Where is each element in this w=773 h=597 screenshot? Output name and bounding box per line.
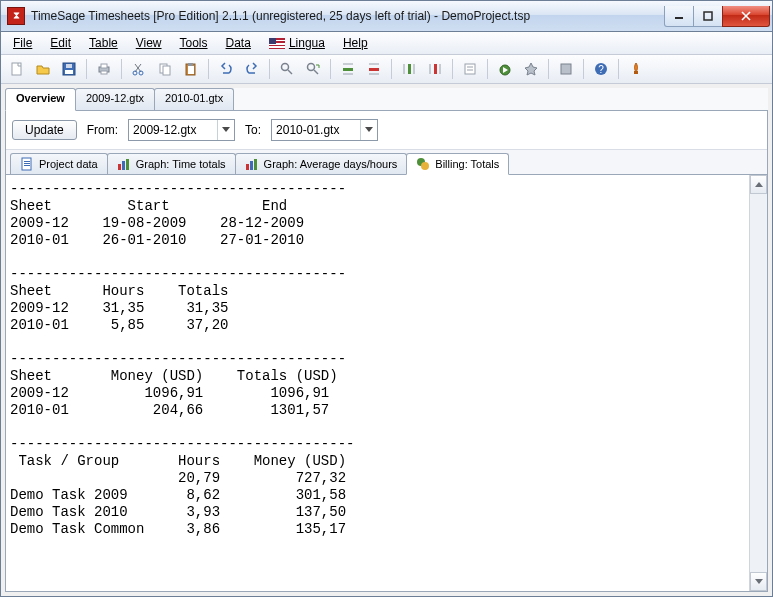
range-row: Update From: To: bbox=[6, 111, 767, 150]
find-next-button[interactable] bbox=[301, 57, 325, 81]
svg-rect-49 bbox=[24, 161, 30, 162]
subtab-label: Graph: Time totals bbox=[136, 158, 226, 170]
svg-line-21 bbox=[288, 70, 292, 74]
menu-help[interactable]: Help bbox=[335, 34, 376, 52]
subtab-graph-avg[interactable]: Graph: Average days/hours bbox=[235, 153, 408, 174]
flag-icon bbox=[269, 38, 285, 49]
menu-lingua[interactable]: Lingua bbox=[261, 34, 333, 52]
client-area: Overview 2009-12.gtx 2010-01.gtx Update … bbox=[1, 84, 772, 596]
svg-rect-36 bbox=[465, 64, 475, 74]
to-dropdown-icon[interactable] bbox=[360, 120, 377, 140]
svg-rect-30 bbox=[408, 64, 411, 74]
svg-point-20 bbox=[282, 64, 289, 71]
undo-button[interactable] bbox=[214, 57, 238, 81]
billing-icon bbox=[416, 157, 430, 171]
subtab-project-data[interactable]: Project data bbox=[10, 153, 108, 174]
svg-rect-33 bbox=[434, 64, 437, 74]
delete-row-button[interactable] bbox=[362, 57, 386, 81]
menu-edit[interactable]: Edit bbox=[42, 34, 79, 52]
subtab-label: Billing: Totals bbox=[435, 158, 499, 170]
svg-rect-51 bbox=[24, 165, 30, 166]
svg-rect-4 bbox=[12, 63, 21, 75]
svg-rect-24 bbox=[343, 68, 353, 71]
svg-rect-1 bbox=[704, 12, 712, 20]
update-button[interactable]: Update bbox=[12, 120, 77, 140]
save-button[interactable] bbox=[57, 57, 81, 81]
redo-button[interactable] bbox=[240, 57, 264, 81]
paste-button[interactable] bbox=[179, 57, 203, 81]
find-button[interactable] bbox=[275, 57, 299, 81]
sub-tabs: Project data Graph: Time totals Graph: A… bbox=[6, 150, 767, 175]
delete-col-button[interactable] bbox=[423, 57, 447, 81]
scroll-down-icon[interactable] bbox=[750, 572, 767, 591]
minimize-button[interactable] bbox=[664, 6, 694, 27]
to-input[interactable] bbox=[272, 123, 360, 137]
close-button[interactable] bbox=[722, 6, 770, 27]
svg-marker-47 bbox=[365, 127, 373, 132]
start-timer-button[interactable] bbox=[493, 57, 517, 81]
subtab-billing-totals[interactable]: Billing: Totals bbox=[406, 153, 509, 175]
svg-rect-53 bbox=[122, 161, 125, 170]
menu-view[interactable]: View bbox=[128, 34, 170, 52]
notes-button[interactable] bbox=[458, 57, 482, 81]
copy-button[interactable] bbox=[153, 57, 177, 81]
menu-tools[interactable]: Tools bbox=[172, 34, 216, 52]
scroll-track[interactable] bbox=[750, 194, 767, 572]
options-button[interactable] bbox=[554, 57, 578, 81]
open-button[interactable] bbox=[31, 57, 55, 81]
svg-marker-41 bbox=[525, 63, 537, 75]
document-icon bbox=[20, 157, 34, 171]
svg-rect-7 bbox=[66, 64, 72, 68]
subtab-label: Project data bbox=[39, 158, 98, 170]
subtab-graph-time[interactable]: Graph: Time totals bbox=[107, 153, 236, 174]
menu-file[interactable]: File bbox=[5, 34, 40, 52]
tab-2009-12[interactable]: 2009-12.gtx bbox=[75, 88, 155, 110]
from-dropdown-icon[interactable] bbox=[217, 120, 234, 140]
svg-rect-9 bbox=[101, 64, 107, 68]
svg-rect-50 bbox=[24, 163, 30, 164]
from-combo[interactable] bbox=[128, 119, 235, 141]
tab-overview[interactable]: Overview bbox=[5, 88, 76, 111]
file-tabs: Overview 2009-12.gtx 2010-01.gtx bbox=[5, 88, 768, 111]
insert-col-button[interactable] bbox=[397, 57, 421, 81]
window-title: TimeSage Timesheets [Pro Edition] 2.1.1 … bbox=[31, 9, 665, 23]
print-button[interactable] bbox=[92, 57, 116, 81]
to-label: To: bbox=[245, 123, 261, 137]
stop-timer-button[interactable] bbox=[519, 57, 543, 81]
svg-rect-45 bbox=[634, 71, 638, 74]
scroll-up-icon[interactable] bbox=[750, 175, 767, 194]
bar-chart-icon bbox=[245, 157, 259, 171]
app-icon: ⧗ bbox=[7, 7, 25, 25]
menu-data[interactable]: Data bbox=[218, 34, 259, 52]
home-button[interactable] bbox=[624, 57, 648, 81]
svg-rect-16 bbox=[163, 66, 170, 75]
menu-bar: File Edit Table View Tools Data Lingua H… bbox=[1, 32, 772, 55]
svg-rect-55 bbox=[246, 164, 249, 170]
maximize-button[interactable] bbox=[693, 6, 723, 27]
tab-2010-01[interactable]: 2010-01.gtx bbox=[154, 88, 234, 110]
svg-rect-56 bbox=[250, 161, 253, 170]
bar-chart-icon bbox=[117, 157, 131, 171]
scrollbar[interactable] bbox=[749, 175, 767, 591]
menu-table[interactable]: Table bbox=[81, 34, 126, 52]
from-input[interactable] bbox=[129, 123, 217, 137]
svg-text:?: ? bbox=[598, 64, 604, 75]
help-button[interactable]: ? bbox=[589, 57, 613, 81]
cut-button[interactable] bbox=[127, 57, 151, 81]
toolbar: ? bbox=[1, 55, 772, 84]
svg-rect-19 bbox=[188, 63, 193, 66]
app-window: ⧗ TimeSage Timesheets [Pro Edition] 2.1.… bbox=[0, 0, 773, 597]
svg-point-22 bbox=[308, 64, 315, 71]
svg-rect-6 bbox=[65, 70, 73, 74]
from-label: From: bbox=[87, 123, 118, 137]
report-wrap: ----------------------------------------… bbox=[6, 175, 767, 591]
overview-panel: Update From: To: Pro bbox=[5, 111, 768, 592]
insert-row-button[interactable] bbox=[336, 57, 360, 81]
to-combo[interactable] bbox=[271, 119, 378, 141]
svg-line-3 bbox=[742, 12, 750, 20]
svg-rect-27 bbox=[369, 68, 379, 71]
new-button[interactable] bbox=[5, 57, 29, 81]
subtab-label: Graph: Average days/hours bbox=[264, 158, 398, 170]
svg-rect-57 bbox=[254, 159, 257, 170]
svg-rect-52 bbox=[118, 164, 121, 170]
